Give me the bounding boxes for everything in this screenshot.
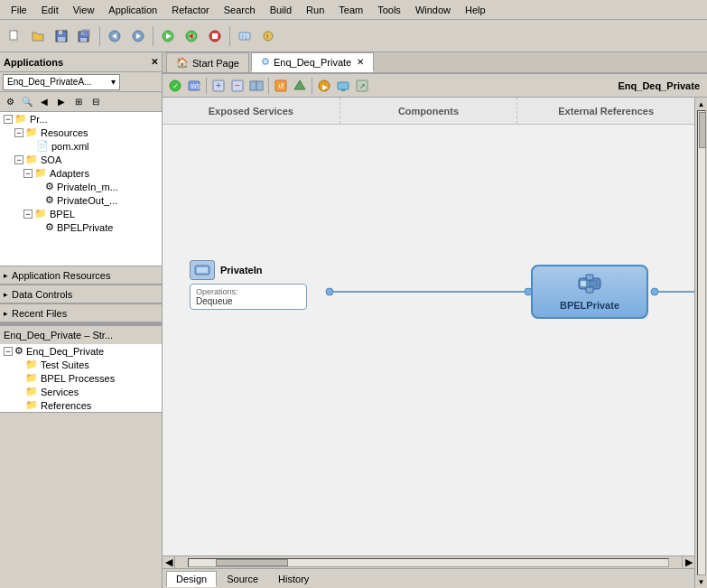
privatein-ops-label: Operations: [196,287,301,296]
validate-btn[interactable]: ✓ [166,77,184,95]
test-btn[interactable]: ▶ [315,77,333,95]
tree-toggle-soa[interactable]: − [14,155,23,164]
privatein-component[interactable]: PrivateIn Operations: Dequeue [190,260,316,284]
gen-wsdl-btn[interactable]: WS [185,77,203,95]
enq-toggle-root[interactable]: − [4,347,13,356]
menu-file[interactable]: File [4,3,34,17]
filter-btn[interactable]: ⚙ [2,94,18,110]
remove-btn[interactable]: − [228,77,247,95]
tab-enq-deq[interactable]: ⚙ Enq_Deq_Private ✕ [251,52,374,72]
app-resources-header[interactable]: ▸ Application Resources [0,266,162,285]
tree-item-pom[interactable]: 📄 pom.xml [0,139,162,153]
privatein-box[interactable]: Operations: Dequeue [190,284,307,310]
team-sync-button[interactable]: ↑↓ [234,25,256,47]
folder-icon-bpel: 📁 [34,208,47,219]
tree-item-resources[interactable]: − 📁 Resources [0,126,162,139]
expand-btn[interactable]: ⊞ [70,94,87,110]
stop-button[interactable] [204,25,226,47]
nav-btn[interactable]: ◀ [36,94,52,110]
applications-close[interactable]: ✕ [151,57,158,67]
forward-button[interactable] [127,25,149,47]
diagram-area[interactable]: Exposed Services Components External Ref… [163,98,694,555]
editor-title: Enq_Deq_Private [619,80,703,91]
tree-item-adapters[interactable]: − 📁 Adapters [0,166,162,180]
menu-help[interactable]: Help [458,3,493,17]
tab-start-page[interactable]: 🏠 Start Page [166,52,249,72]
enq-tree-bpel[interactable]: 📁 BPEL Processes [0,371,162,385]
tree-toggle-resources[interactable]: − [14,128,23,137]
revert-btn[interactable]: ↺ [272,77,290,95]
scroll-thumb-h[interactable] [216,559,288,566]
tab-enq-close[interactable]: ✕ [357,57,364,67]
back-button[interactable] [104,25,126,47]
svg-text:!: ! [266,33,268,41]
data-controls-header[interactable]: ▸ Data Controls [0,285,162,303]
tree-item-soa[interactable]: − 📁 SOA [0,153,162,166]
tree-toggle-pr[interactable]: − [4,115,13,124]
export-btn[interactable]: ↗ [353,77,371,95]
privatein-op-value: Dequeue [196,296,301,306]
scroll-track-v[interactable] [697,110,706,575]
scroll-track-h[interactable] [188,558,669,567]
monitor-btn[interactable] [334,77,352,95]
deploy-btn[interactable] [291,77,309,95]
arrow-icon: ▸ [4,271,8,280]
app-selector-arrow[interactable]: ▾ [111,77,116,87]
editor-toolbar: ✓ WS + − ↺ [163,74,707,98]
expand-all-btn[interactable] [247,77,265,95]
enq-panel-header: Enq_Deq_Private – Str... [0,326,162,344]
menu-run[interactable]: Run [299,3,331,17]
bugtracking-button[interactable]: ! [257,25,279,47]
menu-tools[interactable]: Tools [370,3,408,17]
vertical-scrollbar[interactable]: ▲ ▼ [694,98,707,588]
menu-refactor[interactable]: Refactor [164,3,217,17]
add-btn[interactable]: + [209,77,228,95]
tree-item-pr[interactable]: − 📁 Pr... [0,112,162,126]
scroll-right-btn[interactable]: ▶ [682,556,694,569]
menu-application[interactable]: Application [101,3,164,17]
tree-item-bpelprivate[interactable]: ⚙ BPELPrivate [0,220,162,234]
tree-item-bpel[interactable]: − 📁 BPEL [0,207,162,220]
app-selector[interactable]: Enq_Deq_PrivateA... ▾ [3,74,120,90]
tab-source[interactable]: Source [217,571,268,587]
tree-label-bpelprivate: BPELPrivate [57,222,113,233]
menu-view[interactable]: View [66,3,102,17]
menu-build[interactable]: Build [263,3,299,17]
recent-files-header[interactable]: ▸ Recent Files [0,304,162,322]
testsuites-icon: 📁 [25,359,38,370]
enq-tree-references[interactable]: 📁 References [0,398,162,412]
scroll-up-btn[interactable]: ▲ [695,98,708,110]
menu-search[interactable]: Search [217,3,263,17]
open-button[interactable] [27,25,49,47]
menu-team[interactable]: Team [331,3,370,17]
tree-label-pom: pom.xml [51,141,89,152]
tree-item-privateout[interactable]: ⚙ PrivateOut_... [0,193,162,207]
horizontal-scrollbar[interactable]: ◀ ▶ [163,555,694,568]
services-label: Services [41,387,79,397]
save-all-button[interactable] [74,25,96,47]
menu-window[interactable]: Window [408,3,458,17]
debug-button[interactable] [181,25,202,47]
scroll-thumb-v[interactable] [699,112,706,148]
run-button[interactable] [157,25,179,47]
tree-toggle-adapters[interactable]: − [23,169,33,178]
enq-tree-services[interactable]: 📁 Services [0,385,162,398]
nav-btn2[interactable]: ▶ [53,94,70,110]
new-button[interactable] [4,25,25,47]
enq-tree-root[interactable]: − ⚙ Enq_Deq_Private [0,344,162,358]
tab-history[interactable]: History [268,571,319,587]
tree-toggle-bpel[interactable]: − [23,210,33,219]
search-btn[interactable]: 🔍 [19,94,35,110]
menu-edit[interactable]: Edit [34,3,66,17]
enq-tree-testsuites[interactable]: 📁 Test Suites [0,358,162,371]
scroll-down-btn[interactable]: ▼ [695,575,708,588]
scroll-left-btn[interactable]: ◀ [163,556,175,569]
enq-panel-title: Enq_Deq_Private – Str... [4,330,113,341]
svg-rect-54 [586,275,593,280]
tree-item-privatein[interactable]: ⚙ PrivateIn_m... [0,180,162,193]
bpelprivate-node[interactable]: BPELPrivate [531,265,648,319]
tab-design[interactable]: Design [166,571,217,587]
main-toolbar: ↑↓ ! [0,20,707,52]
collapse-btn[interactable]: ⊟ [88,94,104,110]
save-button[interactable] [51,25,72,47]
